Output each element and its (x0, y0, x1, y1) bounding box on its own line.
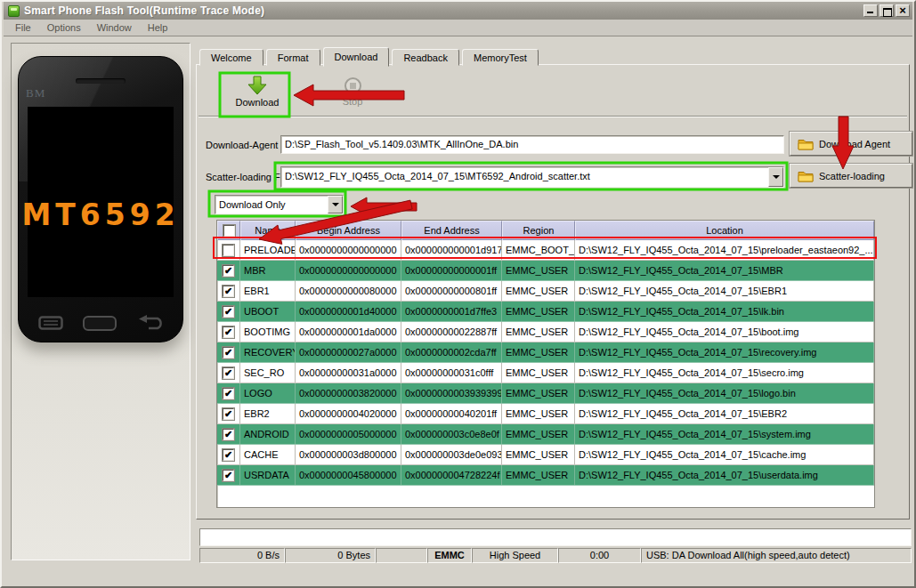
close-button[interactable] (896, 4, 910, 17)
window-title: Smart Phone Flash Tool(Runtime Trace Mod… (24, 4, 863, 17)
cell-begin: 0x00000000031a0000 (296, 363, 401, 383)
tab-memorytest[interactable]: MemoryTest (462, 49, 539, 66)
cell-region: EMMC_USER (502, 281, 575, 301)
cell-region: EMMC_USER (502, 302, 575, 321)
cell-name: UBOOT (240, 302, 296, 321)
table-row-ebr2[interactable]: ✔ EBR2 0x0000000004020000 0x000000000402… (217, 404, 874, 424)
partition-table: Name Begin Address End Address Region Lo… (216, 220, 875, 508)
cell-end: 0x0000000003939399 (401, 383, 502, 403)
chevron-down-icon (332, 203, 339, 206)
status-usb-mode: USB: DA Download All(high speed,auto det… (641, 548, 912, 563)
table-row-preloader[interactable]: PRELOADER 0x0000000000000000 0x000000000… (217, 240, 874, 261)
phone-preview-panel: BM MT6592 (11, 43, 190, 560)
row-checkbox[interactable] (223, 245, 234, 256)
cell-name: SEC_RO (240, 363, 296, 383)
table-row-usrdata[interactable]: ✔ USRDATA 0x0000000045800000 0x000000004… (217, 465, 874, 486)
header-location[interactable]: Location (575, 221, 874, 240)
cell-region: EMMC_USER (502, 261, 575, 280)
table-row-cache[interactable]: ✔ CACHE 0x000000003d800000 0x000000003de… (217, 445, 874, 465)
stop-button[interactable]: Stop (328, 75, 377, 115)
row-checkbox[interactable]: ✔ (223, 470, 234, 481)
phone-brand-label: BM (26, 86, 45, 101)
header-begin-address[interactable]: Begin Address (296, 221, 401, 240)
table-row-mbr[interactable]: ✔ MBR 0x0000000000000000 0x0000000000000… (217, 261, 874, 281)
scatter-file-combobox[interactable]: D:\SW12_FLY_IQ455_Octa_2014_07_15\MT6592… (280, 166, 784, 188)
download-agent-button-label: Download Agent (819, 139, 890, 149)
cell-location: D:\SW12_FLY_IQ455_Octa_2014_07_15\secro.… (575, 363, 874, 383)
cell-begin: 0x00000000027a0000 (296, 342, 401, 362)
row-checkbox[interactable]: ✔ (223, 306, 234, 318)
table-row-logo[interactable]: ✔ LOGO 0x0000000003820000 0x000000000393… (217, 383, 874, 404)
phone-back-icon (136, 315, 163, 331)
menu-options[interactable]: Options (39, 20, 89, 35)
row-checkbox[interactable]: ✔ (223, 265, 234, 277)
table-row-ebr1[interactable]: ✔ EBR1 0x0000000000080000 0x000000000008… (217, 281, 874, 302)
cell-begin: 0x000000003d800000 (296, 445, 401, 464)
row-checkbox[interactable]: ✔ (223, 388, 234, 399)
select-all-checkbox[interactable] (223, 225, 235, 237)
tab-download[interactable]: Download (323, 47, 390, 67)
status-elapsed-time: 0:00 (558, 548, 641, 563)
cell-end: 0x00000000022887ff (401, 322, 502, 342)
cell-location: D:\SW12_FLY_IQ455_Octa_2014_07_15\recove… (575, 342, 874, 362)
download-arrow-icon (247, 76, 268, 95)
cell-region: EMMC_USER (502, 342, 575, 362)
app-icon (8, 5, 20, 17)
row-checkbox[interactable]: ✔ (223, 367, 234, 379)
cell-end: 0x00000000000801ff (401, 281, 502, 301)
scatter-dropdown-button[interactable] (768, 167, 783, 187)
table-row-uboot[interactable]: ✔ UBOOT 0x0000000001d40000 0x0000000001d… (217, 302, 874, 322)
table-row-sec-ro[interactable]: ✔ SEC_RO 0x00000000031a0000 0x0000000003… (217, 363, 874, 383)
maximize-button[interactable] (880, 4, 894, 17)
cell-begin: 0x0000000045800000 (296, 465, 401, 485)
status-bytes: 0 Bytes (285, 548, 376, 563)
header-name[interactable]: Name (240, 221, 296, 240)
toolbar-divider (199, 116, 907, 117)
download-agent-button[interactable]: Download Agent (790, 132, 912, 156)
tab-readback[interactable]: Readback (392, 49, 459, 66)
cell-begin: 0x0000000003820000 (296, 383, 401, 403)
download-button[interactable]: Download (225, 75, 289, 115)
header-end-address[interactable]: End Address (401, 221, 502, 240)
minimize-button[interactable] (863, 4, 878, 17)
status-storage-type: EMMC (427, 548, 472, 563)
mode-dropdown-button[interactable] (328, 196, 343, 213)
table-row-android[interactable]: ✔ ANDROID 0x0000000005000000 0x000000003… (217, 424, 874, 445)
row-checkbox[interactable]: ✔ (223, 449, 234, 461)
row-checkbox[interactable]: ✔ (223, 429, 234, 440)
scatter-loading-button[interactable]: Scatter-loading (790, 164, 912, 188)
download-tab-page: Download Stop Download-Agent D:\SP_Flash… (196, 64, 910, 520)
menu-file[interactable]: File (7, 20, 39, 35)
cell-end: 0x0000000001d7ffe3 (401, 302, 502, 321)
table-row-recovery[interactable]: ✔ RECOVERY 0x00000000027a0000 0x00000000… (217, 342, 874, 363)
phone-screen: MT6592 (28, 107, 174, 297)
tab-welcome[interactable]: Welcome (199, 49, 263, 66)
download-mode-combobox[interactable]: Download Only (215, 195, 344, 214)
download-agent-input[interactable]: D:\SP_Flash_Tool_v5.1409.03\MTK_AllInOne… (280, 135, 784, 154)
cell-begin: 0x0000000000080000 (296, 281, 401, 301)
cell-location: D:\SW12_FLY_IQ455_Octa_2014_07_15\MBR (575, 261, 874, 280)
cell-region: EMMC_USER (502, 363, 575, 383)
cell-location: D:\SW12_FLY_IQ455_Octa_2014_07_15\cache.… (575, 445, 874, 464)
row-checkbox[interactable]: ✔ (223, 286, 234, 297)
cell-name: EBR2 (240, 404, 296, 423)
row-checkbox[interactable]: ✔ (223, 347, 234, 358)
phone-speaker (76, 78, 126, 84)
cell-begin: 0x0000000001d40000 (296, 302, 401, 321)
folder-icon (798, 170, 814, 182)
cell-name: LOGO (240, 383, 296, 403)
menu-window[interactable]: Window (89, 20, 140, 35)
cell-name: BOOTIMG (240, 322, 296, 342)
row-checkbox[interactable]: ✔ (223, 408, 234, 420)
status-empty (376, 548, 427, 563)
cell-end: 0x00000000031c0fff (401, 363, 502, 383)
row-checkbox[interactable]: ✔ (223, 326, 234, 338)
cell-location: D:\SW12_FLY_IQ455_Octa_2014_07_15\EBR2 (575, 404, 874, 423)
header-region[interactable]: Region (502, 221, 575, 240)
stop-button-label: Stop (343, 96, 363, 107)
folder-icon (798, 138, 814, 150)
tab-format[interactable]: Format (266, 49, 320, 66)
menu-help[interactable]: Help (140, 20, 176, 35)
phone-home-button-icon (83, 316, 117, 331)
table-row-bootimg[interactable]: ✔ BOOTIMG 0x0000000001da0000 0x000000000… (217, 322, 874, 342)
